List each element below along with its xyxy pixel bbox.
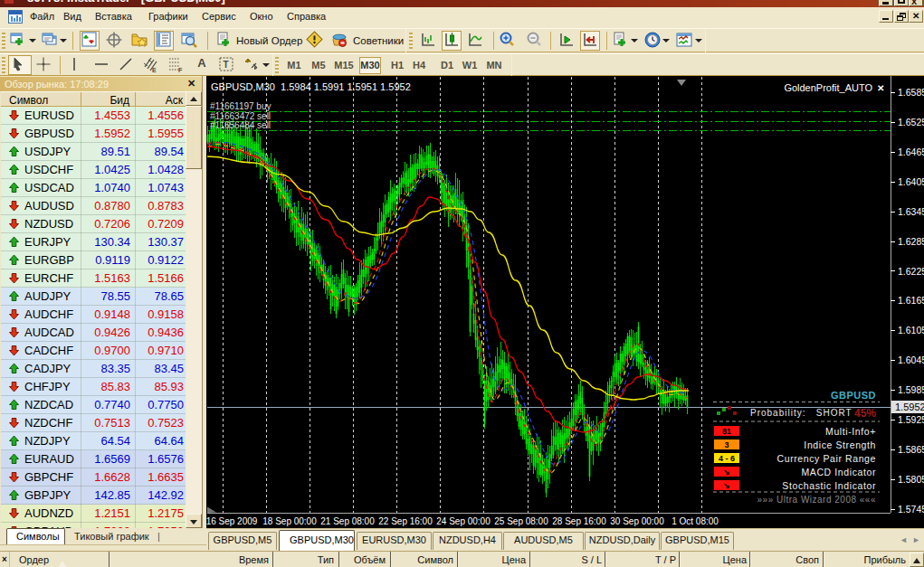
- svg-text:21 Sep 08:00: 21 Sep 08:00: [320, 516, 375, 526]
- svg-text:18 Sep 00:00: 18 Sep 00:00: [262, 516, 317, 526]
- svg-text:Indice Strength: Indice Strength: [804, 439, 876, 450]
- svg-text:81: 81: [722, 427, 731, 436]
- svg-text:#11656484 sell: #11656484 sell: [210, 120, 271, 130]
- svg-text:1.6405: 1.6405: [898, 176, 924, 187]
- svg-text:T: T: [224, 60, 229, 70]
- svg-text:25 Sep 08:00: 25 Sep 08:00: [494, 516, 548, 526]
- svg-text:GBPUSD: GBPUSD: [831, 390, 876, 401]
- svg-text:1.6045: 1.6045: [898, 354, 924, 365]
- svg-text:4 - 6: 4 - 6: [719, 454, 735, 463]
- svg-text:1.5925: 1.5925: [898, 414, 924, 425]
- svg-text:1.6105: 1.6105: [898, 325, 924, 335]
- svg-text:22 Sep 16:00: 22 Sep 16:00: [378, 516, 433, 526]
- svg-text:Currency Pair Range: Currency Pair Range: [777, 453, 876, 464]
- svg-text:30 Sep 00:00: 30 Sep 00:00: [610, 516, 664, 526]
- svg-text:1.5805: 1.5805: [898, 474, 924, 485]
- svg-text:1.6225: 1.6225: [898, 266, 924, 277]
- svg-text:#11663472 sell: #11663472 sell: [210, 111, 271, 121]
- svg-text:1.5952: 1.5952: [895, 402, 924, 412]
- svg-text:3: 3: [724, 440, 729, 449]
- svg-text:1.6585: 1.6585: [898, 87, 924, 98]
- svg-text:28 Sep 16:00: 28 Sep 16:00: [552, 516, 606, 526]
- svg-text:E: E: [152, 67, 157, 73]
- svg-text:1.6165: 1.6165: [898, 295, 924, 306]
- svg-text:✕: ✕: [877, 83, 884, 93]
- svg-text:1.5865: 1.5865: [898, 444, 924, 455]
- svg-text:»»» Ultra Wizard 2008 «««: »»» Ultra Wizard 2008 «««: [757, 495, 876, 505]
- svg-text:1.6525: 1.6525: [898, 117, 924, 128]
- svg-text:GBPUSD,M30 1.5984 1.5991 1.59: GBPUSD,M30 1.5984 1.5991 1.5951 1.5952: [211, 81, 411, 92]
- svg-text:Multi-Info+: Multi-Info+: [825, 426, 876, 437]
- svg-text:#11661197 buy: #11661197 buy: [210, 101, 271, 111]
- svg-text:1.5985: 1.5985: [898, 384, 924, 395]
- svg-text:1.6345: 1.6345: [898, 206, 924, 217]
- svg-text:↘: ↘: [723, 468, 730, 477]
- svg-text:Probability: SHORT: Probability: SHORT: [750, 408, 853, 418]
- svg-text:16 Sep 2009: 16 Sep 2009: [206, 516, 258, 526]
- svg-text:45%: 45%: [854, 407, 876, 420]
- svg-text:GoldenProfit_AUTO: GoldenProfit_AUTO: [784, 82, 872, 93]
- svg-text:MACD Indicator: MACD Indicator: [801, 467, 876, 477]
- svg-text:Stochastic Indicator: Stochastic Indicator: [782, 480, 876, 491]
- svg-text:1.6285: 1.6285: [898, 236, 924, 247]
- svg-text:↘: ↘: [723, 481, 730, 490]
- svg-text:1.5745: 1.5745: [898, 504, 924, 515]
- svg-text:1 Oct 08:00: 1 Oct 08:00: [672, 516, 719, 526]
- svg-text:F: F: [178, 67, 183, 73]
- svg-text:1.6465: 1.6465: [898, 146, 924, 157]
- svg-text:24 Sep 00:00: 24 Sep 00:00: [436, 516, 491, 526]
